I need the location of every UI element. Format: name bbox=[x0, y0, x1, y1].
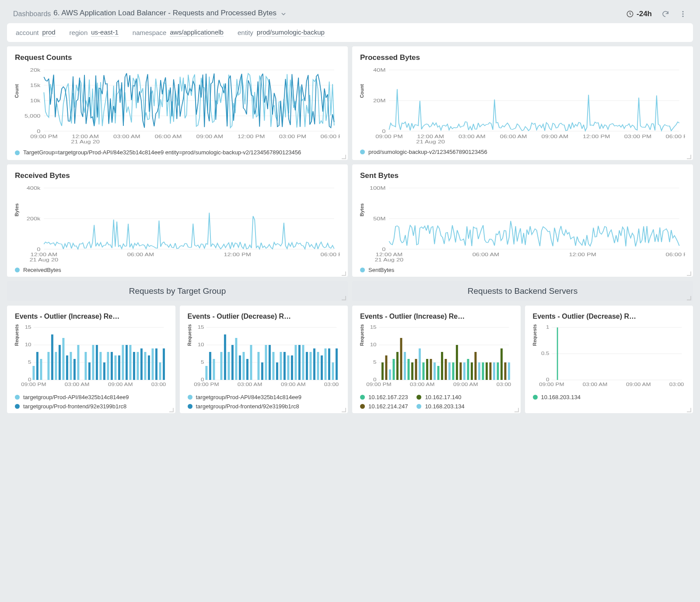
legend-item[interactable]: 10.162.167.223 bbox=[360, 394, 408, 400]
resize-handle[interactable] bbox=[687, 296, 691, 300]
svg-rect-173 bbox=[396, 352, 399, 380]
chart[interactable]: Bytes 050M100M12:00 AM21 Aug 2006:00 AM1… bbox=[360, 184, 685, 262]
svg-text:09:00 PM: 09:00 PM bbox=[539, 382, 564, 387]
small-panel-group-left: Events - Outlier (Increase) Re… Requests… bbox=[7, 306, 348, 413]
svg-rect-176 bbox=[407, 359, 410, 380]
svg-rect-172 bbox=[392, 359, 395, 380]
panel-title: Received Bytes bbox=[15, 171, 340, 180]
svg-rect-89 bbox=[96, 345, 98, 380]
svg-rect-87 bbox=[88, 362, 91, 380]
chart[interactable]: Requests 05101509:00 PM03:00 AM09:00 AM0… bbox=[15, 324, 168, 390]
svg-rect-105 bbox=[155, 348, 158, 380]
svg-text:03:00 PM: 03:00 PM bbox=[669, 382, 685, 387]
svg-rect-94 bbox=[114, 355, 116, 380]
svg-rect-91 bbox=[103, 362, 105, 380]
y-axis-label: Bytes bbox=[14, 203, 19, 216]
svg-rect-73 bbox=[36, 352, 38, 380]
panel-title: Events - Outlier (Decrease) R… bbox=[188, 313, 340, 320]
svg-rect-186 bbox=[444, 359, 447, 380]
chart[interactable]: Bytes 0200k400k12:00 AM21 Aug 2006:00 AM… bbox=[15, 184, 340, 262]
resize-handle[interactable] bbox=[342, 408, 346, 412]
legend-item[interactable]: 10.168.203.134 bbox=[416, 403, 464, 410]
legend-item[interactable]: targetgroup/Prod-frontend/92e3199b1rc8 bbox=[188, 403, 340, 410]
svg-text:09:00 PM: 09:00 PM bbox=[194, 382, 219, 387]
filter-label: region bbox=[70, 29, 88, 36]
svg-text:0: 0 bbox=[382, 247, 385, 252]
resize-handle[interactable] bbox=[169, 408, 174, 412]
resize-handle[interactable] bbox=[687, 408, 691, 412]
svg-text:03:00 PM: 03:00 PM bbox=[279, 134, 306, 139]
y-axis-label: Requests bbox=[187, 324, 192, 346]
svg-rect-102 bbox=[144, 352, 146, 380]
legend-item[interactable]: 10.168.203.134 bbox=[533, 394, 686, 400]
svg-rect-179 bbox=[419, 348, 421, 380]
legend-label: TargetGroup=targetgroup/Prod-API/84e325b… bbox=[23, 149, 301, 157]
svg-rect-192 bbox=[467, 359, 469, 380]
legend-dot bbox=[416, 395, 421, 400]
filter-value[interactable]: prod/sumologic-backup bbox=[257, 28, 325, 37]
svg-rect-152 bbox=[324, 348, 326, 380]
time-range-picker[interactable]: -24h bbox=[626, 10, 652, 18]
svg-text:09:00 PM: 09:00 PM bbox=[366, 382, 391, 387]
legend-item[interactable]: SentBytes bbox=[360, 267, 685, 273]
legend-dot bbox=[416, 404, 421, 409]
refresh-button[interactable] bbox=[662, 10, 669, 18]
resize-handle[interactable] bbox=[687, 271, 691, 276]
legend: 10.162.167.223 10.162.17.140 10.162.214.… bbox=[360, 394, 513, 410]
filter-value[interactable]: us-east-1 bbox=[91, 28, 119, 37]
legend-item[interactable]: prod/sumologic-backup-v2/123456789012345… bbox=[360, 149, 685, 155]
filter-value[interactable]: aws/applicationelb bbox=[170, 28, 224, 37]
filter-namespace[interactable]: namespace aws/applicationelb bbox=[133, 28, 224, 37]
svg-rect-100 bbox=[136, 352, 139, 380]
filter-value[interactable]: prod bbox=[42, 28, 56, 37]
panel-outlier-decrease-tg: Events - Outlier (Decrease) R… Requests … bbox=[180, 306, 348, 413]
svg-text:03:00 AM: 03:00 AM bbox=[458, 134, 486, 139]
legend-dot bbox=[188, 395, 192, 400]
svg-rect-202 bbox=[504, 362, 506, 380]
svg-rect-93 bbox=[111, 352, 113, 380]
resize-handle[interactable] bbox=[342, 155, 346, 159]
filter-entity[interactable]: entity prod/sumologic-backup bbox=[238, 28, 325, 37]
breadcrumb-root[interactable]: Dashboards bbox=[13, 10, 51, 18]
resize-handle[interactable] bbox=[342, 271, 346, 276]
chart[interactable]: Requests 05101509:00 PM03:00 AM09:00 AM0… bbox=[360, 324, 513, 390]
svg-rect-190 bbox=[459, 362, 462, 380]
chevron-down-icon[interactable] bbox=[281, 11, 286, 17]
chart[interactable]: Requests 00.5109:00 PM03:00 AM09:00 AM03… bbox=[533, 324, 686, 390]
svg-rect-131 bbox=[246, 359, 248, 380]
svg-text:5,000: 5,000 bbox=[24, 113, 40, 119]
chart[interactable]: Requests 05101509:00 PM03:00 AM09:00 AM0… bbox=[188, 324, 340, 390]
svg-rect-121 bbox=[209, 352, 211, 380]
filter-account[interactable]: account prod bbox=[16, 28, 56, 37]
legend-item[interactable]: targetgroup/Prod-API/84e325b14c814ee9 bbox=[188, 394, 340, 400]
legend-item[interactable]: TargetGroup=targetgroup/Prod-API/84e325b… bbox=[15, 149, 340, 157]
svg-text:09:00 AM: 09:00 AM bbox=[542, 134, 569, 139]
legend-item[interactable]: targetgroup/Prod-frontend/92e3199b1rc8 bbox=[15, 403, 168, 410]
more-menu-button[interactable] bbox=[679, 10, 687, 18]
legend-item[interactable]: ReceivedBytes bbox=[15, 267, 340, 273]
svg-rect-170 bbox=[385, 355, 387, 380]
breadcrumb-title[interactable]: 6. AWS Application Load Balancer - Reque… bbox=[53, 9, 276, 19]
svg-rect-188 bbox=[452, 362, 454, 380]
svg-text:21 Aug 20: 21 Aug 20 bbox=[416, 139, 445, 144]
legend-item[interactable]: 10.162.214.247 bbox=[360, 403, 408, 410]
legend-label: 10.162.214.247 bbox=[368, 403, 408, 410]
svg-text:03:00 AM: 03:00 AM bbox=[410, 382, 435, 387]
resize-handle[interactable] bbox=[342, 296, 346, 300]
svg-rect-99 bbox=[133, 352, 135, 380]
legend-item[interactable]: 10.162.17.140 bbox=[416, 394, 461, 400]
chart[interactable]: Count 05,00010k15k20k09:00 PM12:00 AM21 … bbox=[15, 66, 340, 144]
filter-region[interactable]: region us-east-1 bbox=[70, 28, 119, 37]
svg-rect-135 bbox=[261, 362, 263, 380]
breadcrumb[interactable]: Dashboards 6. AWS Application Load Balan… bbox=[13, 9, 626, 19]
svg-text:200k: 200k bbox=[27, 216, 41, 222]
y-axis-label: Requests bbox=[14, 324, 19, 346]
svg-text:0: 0 bbox=[37, 129, 40, 134]
chart[interactable]: Count 020M40M09:00 PM12:00 AM21 Aug 2003… bbox=[360, 66, 685, 144]
svg-rect-107 bbox=[163, 348, 165, 380]
resize-handle[interactable] bbox=[514, 408, 519, 412]
svg-rect-142 bbox=[287, 355, 289, 380]
legend-item[interactable]: targetgroup/Prod-API/84e325b14c814ee9 bbox=[15, 394, 168, 400]
resize-handle[interactable] bbox=[687, 155, 691, 159]
legend-label: ReceivedBytes bbox=[23, 267, 61, 273]
